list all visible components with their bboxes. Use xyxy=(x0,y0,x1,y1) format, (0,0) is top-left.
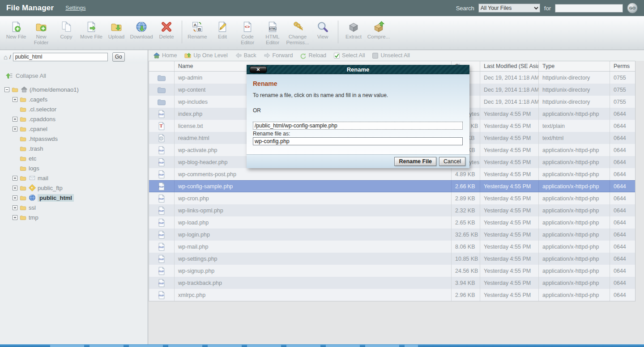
new-name-input[interactable] xyxy=(253,137,463,145)
dialog-close-button[interactable]: ✕ xyxy=(250,66,267,73)
file-name[interactable]: wp-links-opml.php xyxy=(175,204,452,216)
file-name[interactable]: wp-config-sample.php xyxy=(175,181,452,192)
tree-item-public_html[interactable]: public_html xyxy=(0,193,148,203)
nav-home[interactable]: Home xyxy=(153,52,177,59)
checkbox-checked-icon xyxy=(333,52,340,59)
php-file-icon xyxy=(149,241,175,253)
toolbar-extract-button[interactable]: Extract xyxy=(341,16,366,50)
tree-item-tmp[interactable]: tmp xyxy=(0,212,148,222)
upload-icon xyxy=(104,20,129,33)
table-row[interactable]: xmlrpc.php2.96 KBYesterday 4:55 PMapplic… xyxy=(149,289,635,301)
txt-file-icon xyxy=(149,120,175,132)
toolbar-new-folder-button[interactable]: New Folder xyxy=(29,16,54,50)
tree-item-.cl.selector[interactable]: .cl.selector xyxy=(0,104,148,114)
toolbar-view-button[interactable]: View xyxy=(310,16,335,50)
file-name[interactable]: wp-settings.php xyxy=(175,253,452,265)
plus-expander-icon[interactable] xyxy=(13,186,17,190)
current-path-field[interactable]: /public_html/wp-config-sample.php xyxy=(253,122,463,130)
table-row[interactable]: wp-trackback.php3.94 KBYesterday 4:55 PM… xyxy=(149,277,635,289)
table-row[interactable]: wp-comments-post.php4.89 KBYesterday 4:5… xyxy=(149,168,635,180)
file-mime-type: application/x-httpd-php xyxy=(539,229,610,241)
plus-expander-icon[interactable] xyxy=(13,117,17,122)
toolbar-html-editor-button[interactable]: HTML Editor xyxy=(260,16,285,50)
table-row[interactable]: wp-mail.php8.06 KBYesterday 4:55 PMappli… xyxy=(149,241,635,253)
search-input[interactable] xyxy=(555,4,623,13)
table-row[interactable]: wp-load.php2.65 KBYesterday 4:55 PMappli… xyxy=(149,216,635,229)
search-go-button[interactable]: GO xyxy=(627,3,638,13)
tree-item-.htpasswds[interactable]: .htpasswds xyxy=(0,134,148,144)
table-row[interactable]: wp-login.php32.65 KBYesterday 4:55 PMapp… xyxy=(149,229,635,241)
file-name[interactable]: wp-load.php xyxy=(175,216,452,229)
file-mime-type: application/x-httpd-php xyxy=(539,168,610,180)
toolbar-change-permissions-button[interactable]: Change Permiss... xyxy=(285,16,310,50)
nav-reload[interactable]: Reload xyxy=(300,52,326,59)
toolbar-upload-button[interactable]: Upload xyxy=(104,16,129,50)
file-name[interactable]: wp-cron.php xyxy=(175,192,452,204)
toolbar-separator xyxy=(338,21,338,43)
toolbar-code-editor-button[interactable]: Code Editor xyxy=(235,16,260,50)
table-row[interactable]: wp-signup.php24.56 KBYesterday 4:55 PMap… xyxy=(149,265,635,277)
path-go-button[interactable]: Go xyxy=(112,52,125,62)
tree-item-etc[interactable]: etc xyxy=(0,153,148,163)
file-name[interactable]: wp-trackback.php xyxy=(175,277,452,289)
toolbar-edit-button[interactable]: Edit xyxy=(210,16,235,50)
table-row[interactable]: wp-links-opml.php2.32 KBYesterday 4:55 P… xyxy=(149,204,635,216)
settings-link[interactable]: Settings xyxy=(65,5,85,11)
folder-icon xyxy=(19,145,27,152)
file-name[interactable]: wp-signup.php xyxy=(175,265,452,277)
tree-item-.trash[interactable]: .trash xyxy=(0,144,148,153)
toolbar-new-file-button[interactable]: New File xyxy=(4,16,29,50)
toolbar-download-button[interactable]: Download xyxy=(129,16,154,50)
nav-forward[interactable]: Forward xyxy=(264,52,293,59)
file-size: 8.06 KB xyxy=(452,241,480,253)
plus-expander-icon[interactable] xyxy=(13,176,17,181)
collapse-all[interactable]: Collapse All xyxy=(6,72,148,79)
table-row[interactable]: wp-cron.php2.89 KBYesterday 4:55 PMappli… xyxy=(149,192,635,204)
file-name[interactable]: wp-comments-post.php xyxy=(175,168,452,180)
rename-file-button[interactable]: Rename File xyxy=(394,157,436,166)
php-file-icon xyxy=(149,229,175,241)
tree-item-label: public_html xyxy=(38,194,74,202)
nav-up-one-level[interactable]: Up One Level xyxy=(184,52,227,59)
column-type[interactable]: Type xyxy=(539,61,610,71)
nav-back[interactable]: Back xyxy=(235,52,256,59)
toolbar-copy-button[interactable]: Copy xyxy=(54,16,79,50)
tree-item-public_ftp[interactable]: public_ftp xyxy=(0,183,148,193)
toolbar-label: Upload xyxy=(104,34,129,40)
table-row[interactable]: wp-config-sample.php2.66 KBYesterday 4:5… xyxy=(149,180,635,192)
tree-item-.cpaddons[interactable]: .cpaddons xyxy=(0,114,148,124)
php-file-icon xyxy=(149,108,175,120)
file-name[interactable]: wp-mail.php xyxy=(175,241,452,253)
toolbar-rename-button[interactable]: Rename xyxy=(185,16,210,50)
tree-item-homedemonao1[interactable]: (/home/demonao1) xyxy=(0,85,148,94)
nav-unselect-all[interactable]: Unselect All xyxy=(372,52,409,59)
file-perms: 0644 xyxy=(610,216,635,229)
plus-expander-icon[interactable] xyxy=(13,97,17,102)
minus-expander-icon[interactable] xyxy=(4,87,9,92)
toolbar-delete-button[interactable]: Delete xyxy=(154,16,179,50)
table-row[interactable]: wp-settings.php10.85 KBYesterday 4:55 PM… xyxy=(149,253,635,265)
path-input[interactable] xyxy=(13,53,108,61)
file-modified: Yesterday 4:55 PM xyxy=(480,192,539,204)
file-name[interactable]: xmlrpc.php xyxy=(175,289,452,301)
column-perms[interactable]: Perms xyxy=(610,61,635,71)
file-size: 10.85 KB xyxy=(452,253,480,265)
search-scope-select[interactable]: All Your Files xyxy=(478,4,540,13)
cancel-button[interactable]: Cancel xyxy=(439,157,465,166)
plus-expander-icon[interactable] xyxy=(13,215,17,220)
toolbar-compress-button[interactable]: Compre... xyxy=(366,16,391,50)
tree-item-.cpanel[interactable]: .cpanel xyxy=(0,124,148,134)
file-modified: Yesterday 4:55 PM xyxy=(480,156,539,168)
plus-expander-icon[interactable] xyxy=(13,205,17,210)
plus-expander-icon[interactable] xyxy=(13,127,17,131)
tree-item-logs[interactable]: logs xyxy=(0,163,148,173)
tree-item-.cagefs[interactable]: .cagefs xyxy=(0,94,148,104)
plus-expander-icon[interactable] xyxy=(13,195,17,200)
file-name[interactable]: wp-login.php xyxy=(175,229,452,241)
folder-icon xyxy=(19,185,27,191)
nav-select-all[interactable]: Select All xyxy=(333,52,365,59)
column-modified[interactable]: Last Modified (SE Asia S xyxy=(480,61,539,71)
tree-item-ssl[interactable]: ssl xyxy=(0,203,148,212)
tree-item-mail[interactable]: mail xyxy=(0,173,148,183)
toolbar-move-file-button[interactable]: Move File xyxy=(79,16,104,50)
